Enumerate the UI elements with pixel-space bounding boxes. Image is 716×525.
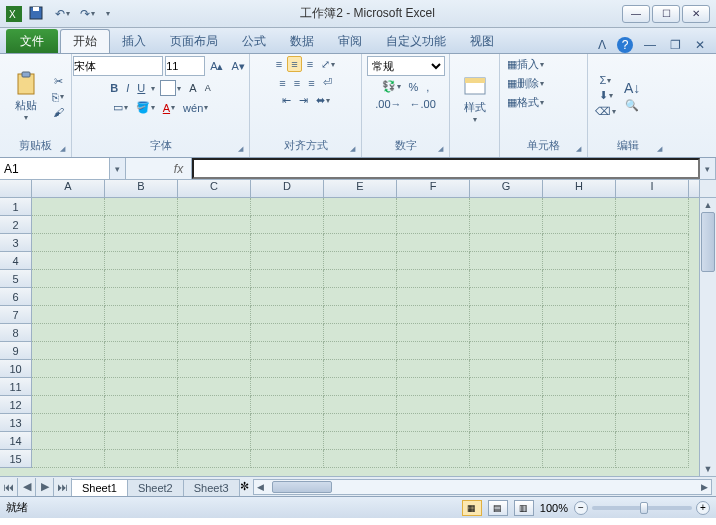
phonetic-icon[interactable]: wén▾ [180, 101, 211, 115]
minimize-button[interactable]: — [622, 5, 650, 23]
cell[interactable] [178, 342, 251, 360]
increase-font-icon[interactable]: A▴ [207, 59, 226, 74]
tab-review[interactable]: 审阅 [326, 29, 374, 53]
increase-indent-icon[interactable]: ⇥ [296, 93, 311, 108]
window-close-icon[interactable]: ✕ [692, 37, 708, 53]
cell[interactable] [251, 396, 324, 414]
row-header[interactable]: 11 [0, 378, 32, 396]
cell[interactable] [543, 414, 616, 432]
cell[interactable] [105, 216, 178, 234]
cell[interactable] [178, 216, 251, 234]
cell[interactable] [178, 324, 251, 342]
cell[interactable] [616, 270, 689, 288]
cell[interactable] [105, 270, 178, 288]
paste-button[interactable]: 粘贴▾ [4, 64, 47, 128]
cell[interactable] [105, 198, 178, 216]
scroll-right-icon[interactable]: ▶ [697, 480, 711, 494]
cell[interactable] [543, 216, 616, 234]
row-header[interactable]: 14 [0, 432, 32, 450]
font-color-icon[interactable]: A▾ [160, 101, 178, 115]
qat-customize-icon[interactable]: ▾ [102, 8, 113, 19]
cell[interactable] [616, 360, 689, 378]
cell[interactable] [324, 432, 397, 450]
cell[interactable] [324, 396, 397, 414]
cell[interactable] [32, 414, 105, 432]
find-select-icon[interactable]: 🔍 [621, 98, 643, 113]
row-header[interactable]: 1 [0, 198, 32, 216]
cell[interactable] [324, 198, 397, 216]
row-header[interactable]: 7 [0, 306, 32, 324]
cell[interactable] [397, 396, 470, 414]
tab-view[interactable]: 视图 [458, 29, 506, 53]
horizontal-scrollbar[interactable]: ◀ ▶ [253, 479, 712, 495]
cell[interactable] [616, 342, 689, 360]
zoom-slider-thumb[interactable] [640, 502, 648, 514]
name-box[interactable]: A1 [0, 158, 110, 179]
cell[interactable] [178, 378, 251, 396]
cell[interactable] [324, 414, 397, 432]
cell[interactable] [616, 378, 689, 396]
col-header[interactable]: A [32, 180, 105, 197]
cell[interactable] [616, 432, 689, 450]
zoom-in-button[interactable]: + [696, 501, 710, 515]
cell[interactable] [397, 324, 470, 342]
align-left-icon[interactable]: ≡ [276, 76, 288, 90]
row-header[interactable]: 12 [0, 396, 32, 414]
cell[interactable] [178, 252, 251, 270]
cell[interactable] [616, 414, 689, 432]
underline-button[interactable]: U [134, 81, 148, 95]
sheet-tab[interactable]: Sheet2 [127, 479, 184, 496]
border-bottom-icon[interactable]: ▭▾ [110, 100, 131, 115]
file-tab[interactable]: 文件 [6, 29, 58, 53]
cell[interactable] [105, 432, 178, 450]
split-box[interactable] [699, 180, 716, 198]
cell[interactable] [178, 270, 251, 288]
cell[interactable] [470, 432, 543, 450]
cell[interactable] [32, 270, 105, 288]
cell[interactable] [470, 414, 543, 432]
cell[interactable] [105, 360, 178, 378]
cell[interactable] [32, 360, 105, 378]
border-icon[interactable]: ▾ [157, 79, 184, 97]
delete-cells-button[interactable]: ▦ 删除▾ [504, 75, 547, 92]
col-header[interactable]: E [324, 180, 397, 197]
tab-insert[interactable]: 插入 [110, 29, 158, 53]
cell[interactable] [397, 432, 470, 450]
cell[interactable] [543, 306, 616, 324]
cell[interactable] [616, 450, 689, 468]
cell[interactable] [616, 198, 689, 216]
decrease-decimal-icon[interactable]: ←.00 [407, 97, 439, 111]
save-icon[interactable] [26, 5, 48, 23]
redo-icon[interactable]: ↷▾ [77, 6, 98, 22]
cell[interactable] [251, 234, 324, 252]
cell[interactable] [543, 288, 616, 306]
cell[interactable] [178, 396, 251, 414]
cell[interactable] [543, 252, 616, 270]
cell[interactable] [32, 324, 105, 342]
tab-custom[interactable]: 自定义功能 [374, 29, 458, 53]
cell[interactable] [105, 342, 178, 360]
copy-icon[interactable]: ⎘▾ [49, 90, 67, 104]
cell[interactable] [397, 306, 470, 324]
select-all-corner[interactable] [0, 180, 32, 197]
cell[interactable] [543, 342, 616, 360]
maximize-button[interactable]: ☐ [652, 5, 680, 23]
cell[interactable] [251, 360, 324, 378]
col-header[interactable]: I [616, 180, 689, 197]
row-header[interactable]: 3 [0, 234, 32, 252]
increase-decimal-icon[interactable]: .00→ [372, 97, 404, 111]
merge-center-icon[interactable]: ⬌▾ [313, 93, 333, 108]
cell[interactable] [251, 198, 324, 216]
cell[interactable] [178, 306, 251, 324]
tab-data[interactable]: 数据 [278, 29, 326, 53]
cell[interactable] [178, 450, 251, 468]
cell[interactable] [32, 216, 105, 234]
cell[interactable] [105, 306, 178, 324]
clear-button[interactable]: ⌫▾ [592, 104, 619, 119]
cell[interactable] [470, 360, 543, 378]
cell[interactable] [32, 252, 105, 270]
cell[interactable] [470, 396, 543, 414]
cell[interactable] [251, 252, 324, 270]
cell[interactable] [616, 306, 689, 324]
zoom-out-button[interactable]: − [574, 501, 588, 515]
